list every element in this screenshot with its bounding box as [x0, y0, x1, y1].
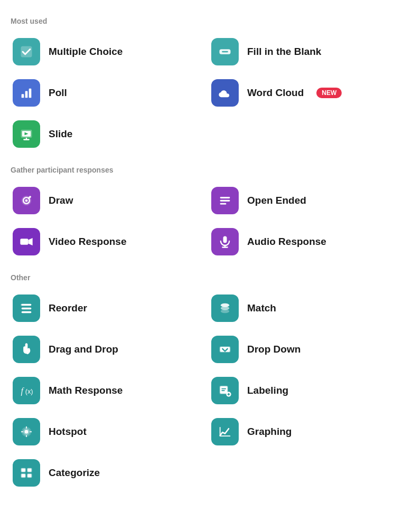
- math-response-label: Math Response: [49, 385, 123, 396]
- video-icon: [19, 234, 34, 249]
- label-icon: [218, 383, 232, 398]
- draw-icon: [19, 193, 34, 208]
- item-fill-in-the-blank[interactable]: Fill in the Blank: [209, 35, 402, 69]
- item-graphing[interactable]: Graphing: [209, 415, 402, 449]
- match-icon-box: [211, 294, 239, 322]
- item-open-ended[interactable]: Open Ended: [209, 184, 402, 217]
- slide-icon-box: [13, 120, 40, 148]
- video-response-label: Video Response: [49, 236, 126, 248]
- draw-label: Draw: [49, 195, 73, 206]
- match-icon: [218, 301, 232, 316]
- item-draw[interactable]: Draw: [11, 184, 204, 217]
- categorize-icon: [19, 466, 34, 480]
- section-gather: Gather participant responses Draw: [11, 166, 402, 259]
- section-label-most-used: Most used: [11, 17, 402, 25]
- svg-marker-17: [29, 238, 33, 245]
- svg-rect-22: [22, 308, 32, 310]
- svg-rect-51: [27, 474, 31, 477]
- item-audio-response[interactable]: Audio Response: [209, 225, 402, 259]
- svg-rect-3: [22, 94, 24, 98]
- other-grid: Reorder Match Drag and Drop: [11, 291, 402, 490]
- svg-rect-18: [223, 236, 227, 243]
- svg-rect-2: [222, 51, 228, 52]
- svg-rect-24: [21, 304, 23, 306]
- graph-icon: [218, 424, 232, 439]
- bar-chart-icon: [19, 86, 34, 100]
- svg-rect-15: [220, 203, 227, 205]
- blank-icon: [218, 44, 232, 59]
- multiple-choice-label: Multiple Choice: [49, 46, 123, 58]
- math-response-icon-box: f (x): [13, 377, 40, 404]
- svg-rect-4: [25, 91, 28, 98]
- draw-icon-box: [13, 187, 40, 214]
- labeling-icon-box: [211, 377, 239, 404]
- item-hotspot[interactable]: Hotspot: [11, 415, 204, 449]
- svg-rect-49: [27, 469, 31, 472]
- new-badge: NEW: [316, 88, 342, 98]
- labeling-label: Labeling: [247, 385, 288, 396]
- svg-point-41: [25, 430, 29, 434]
- hotspot-label: Hotspot: [49, 426, 87, 438]
- cloud-icon: [218, 86, 232, 100]
- drop-down-label: Drop Down: [247, 344, 301, 355]
- item-poll[interactable]: Poll: [11, 76, 204, 110]
- reorder-icon: [19, 301, 34, 316]
- audio-response-label: Audio Response: [247, 236, 326, 248]
- categorize-icon-box: [13, 459, 40, 487]
- most-used-grid: Multiple Choice Fill in the Blank Pol: [11, 35, 402, 151]
- drag-and-drop-label: Drag and Drop: [49, 344, 118, 355]
- svg-rect-23: [22, 311, 32, 314]
- section-other: Other Reorder Mat: [11, 273, 402, 490]
- multiple-choice-icon-box: [13, 38, 40, 65]
- check-square-icon: [19, 44, 34, 59]
- audio-response-icon-box: [211, 228, 239, 255]
- hotspot-icon-box: [13, 418, 40, 445]
- mic-icon: [218, 234, 232, 249]
- svg-rect-33: [220, 386, 228, 394]
- graphing-icon-box: [211, 418, 239, 445]
- svg-rect-5: [29, 89, 32, 98]
- poll-icon-box: [13, 79, 40, 107]
- svg-rect-14: [220, 200, 230, 202]
- dropdown-icon: [218, 342, 232, 357]
- item-video-response[interactable]: Video Response: [11, 225, 204, 259]
- fill-in-the-blank-label: Fill in the Blank: [247, 46, 321, 58]
- fx-icon: f (x): [19, 383, 34, 398]
- svg-rect-16: [20, 239, 28, 245]
- svg-rect-48: [22, 469, 25, 472]
- svg-text:f: f: [21, 386, 25, 396]
- svg-rect-21: [22, 304, 32, 306]
- graphing-label: Graphing: [247, 426, 292, 438]
- drag-and-drop-icon-box: [13, 336, 40, 363]
- video-response-icon-box: [13, 228, 40, 255]
- item-labeling[interactable]: Labeling: [209, 374, 402, 407]
- reorder-icon-box: [13, 294, 40, 322]
- svg-point-12: [25, 200, 28, 202]
- hotspot-icon: [19, 424, 34, 439]
- reorder-label: Reorder: [49, 302, 87, 314]
- slide-label: Slide: [49, 128, 72, 140]
- svg-rect-13: [220, 197, 230, 198]
- item-categorize[interactable]: Categorize: [11, 456, 204, 490]
- gather-grid: Draw Open Ended Video Response: [11, 184, 402, 259]
- item-drag-and-drop[interactable]: Drag and Drop: [11, 332, 204, 366]
- item-multiple-choice[interactable]: Multiple Choice: [11, 35, 204, 69]
- section-label-other: Other: [11, 273, 402, 282]
- hand-icon: [19, 342, 34, 357]
- section-label-gather: Gather participant responses: [11, 166, 402, 174]
- svg-point-27: [221, 309, 229, 313]
- item-math-response[interactable]: f (x) Math Response: [11, 374, 204, 407]
- section-most-used: Most used Multiple Choice Fill in the Bl…: [11, 17, 402, 151]
- open-ended-icon-box: [211, 187, 239, 214]
- lines-icon: [218, 193, 232, 208]
- item-word-cloud[interactable]: Word Cloud NEW: [209, 76, 402, 110]
- open-ended-label: Open Ended: [247, 195, 306, 206]
- item-slide[interactable]: Slide: [11, 117, 204, 151]
- item-reorder[interactable]: Reorder: [11, 291, 204, 325]
- svg-rect-50: [22, 474, 25, 477]
- categorize-label: Categorize: [49, 467, 100, 479]
- item-match[interactable]: Match: [209, 291, 402, 325]
- word-cloud-label: Word Cloud: [247, 87, 304, 99]
- item-drop-down[interactable]: Drop Down: [209, 332, 402, 366]
- svg-text:(x): (x): [25, 387, 33, 395]
